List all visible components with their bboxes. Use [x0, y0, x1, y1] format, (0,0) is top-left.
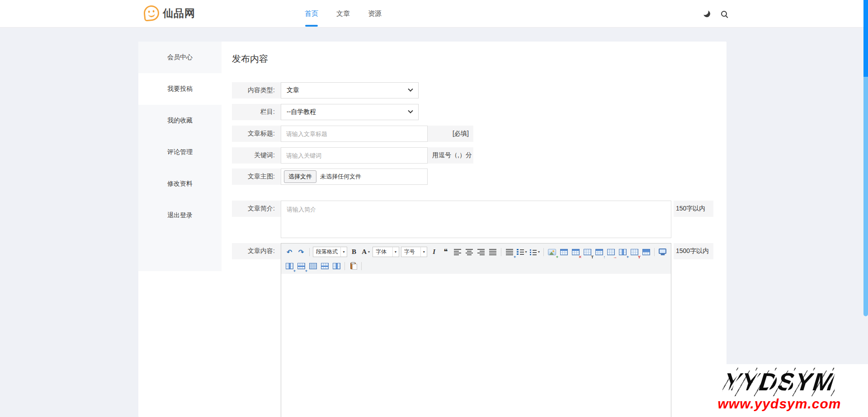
toolbar-separator — [543, 248, 544, 256]
align-right-icon[interactable] — [476, 246, 486, 258]
insert-table-icon[interactable] — [558, 246, 569, 258]
required-hint: [必填] — [453, 126, 469, 142]
paragraph-format-icon[interactable]: 段落格式▾ — [313, 246, 347, 258]
font-color-icon[interactable]: A▾ — [360, 246, 371, 258]
table-properties-icon[interactable] — [641, 246, 651, 258]
keywords-row: 关键词: 用逗号（,）分 — [232, 147, 473, 164]
site-name: 仙品网 — [163, 6, 195, 20]
undo-icon[interactable]: ↶ — [284, 246, 295, 258]
summary-limit-hint: 150字以内 — [674, 201, 713, 217]
split-cell-icon[interactable]: Y — [629, 246, 640, 258]
sidebar-item-label: 退出登录 — [167, 211, 193, 220]
toolbar-separator — [309, 248, 310, 256]
font-size-label: 字号 — [401, 248, 421, 256]
file-status-text: 未选择任何文件 — [320, 173, 361, 181]
search-icon[interactable] — [721, 11, 727, 17]
toolbar-separator — [344, 262, 345, 270]
ordered-list-icon[interactable]: ▾ — [516, 246, 528, 258]
content-card: 会员中心我要投稿我的收藏评论管理修改资料退出登录 发布内容 内容类型: 文章 栏… — [138, 42, 726, 417]
editor-toolbar-row-1: ↶↷段落格式▾BA▾字体▾字号▾I❝+▾▾+✕T↑→+Y — [283, 245, 669, 259]
sidebar-item-label: 我要投稿 — [167, 85, 193, 93]
article-title-input[interactable] — [281, 126, 428, 142]
align-right-glyph — [477, 248, 485, 255]
choose-file-button[interactable]: 选择文件 — [284, 170, 316, 183]
editor-content-area[interactable] — [281, 274, 671, 417]
delete-cols-icon[interactable] — [331, 260, 342, 272]
article-title-row: 文章标题: [必填] — [232, 126, 473, 142]
summary-textarea[interactable] — [281, 201, 671, 238]
nav-item-home[interactable]: 首页 — [302, 0, 321, 28]
scrollbar-track[interactable] — [863, 77, 868, 316]
delete-rows-icon[interactable] — [319, 260, 330, 272]
nav-item-resources[interactable]: 资源 — [365, 0, 384, 28]
main-nav: 首页文章资源 — [302, 0, 384, 28]
insert-column-icon[interactable]: + — [617, 246, 628, 258]
category-label: 栏目: — [232, 104, 281, 120]
paste-icon[interactable] — [348, 260, 359, 272]
insert-row-above-glyph — [595, 249, 603, 255]
align-center-icon[interactable] — [464, 246, 475, 258]
font-family-icon[interactable]: 字体▾ — [373, 246, 399, 258]
redo-icon[interactable]: ↷ — [296, 246, 307, 258]
insert-cell-left-icon[interactable]: + — [284, 260, 295, 272]
chevron-down-icon: ▾ — [368, 250, 370, 254]
text-to-table-icon[interactable]: T — [582, 246, 593, 258]
align-justify-icon[interactable] — [487, 246, 498, 258]
align-left-icon[interactable] — [452, 246, 463, 258]
chevron-down-icon: ▾ — [340, 247, 347, 257]
fullscreen-glyph — [659, 248, 666, 254]
content-type-select[interactable]: 文章 — [281, 82, 419, 98]
italic-icon[interactable]: I — [429, 246, 439, 258]
chevron-down-icon: ▾ — [525, 250, 527, 254]
nav-item-label: 文章 — [336, 9, 350, 18]
file-upload-field: 选择文件 未选择任何文件 — [281, 169, 428, 185]
sidebar-item-logout[interactable]: 退出登录 — [138, 200, 222, 231]
blockquote-glyph: ❝ — [444, 248, 448, 256]
insert-row-below-glyph — [297, 263, 305, 269]
fullscreen-icon[interactable] — [657, 246, 668, 258]
site-logo[interactable]: 仙品网 — [144, 5, 195, 21]
insert-row-below-icon[interactable]: + — [296, 260, 307, 272]
auto-typeset-glyph — [506, 248, 513, 255]
sidebar: 会员中心我要投稿我的收藏评论管理修改资料退出登录 — [138, 42, 222, 271]
insert-row-above-icon[interactable]: ↑ — [594, 246, 604, 258]
merge-cells-glyph — [607, 249, 615, 255]
chevron-down-icon — [408, 87, 413, 92]
merge-cells-badge: → — [613, 255, 617, 259]
editor-toolbar: ↶↷段落格式▾BA▾字体▾字号▾I❝+▾▾+✕T↑→+Y ++ — [281, 244, 671, 275]
sidebar-item-submit-post[interactable]: 我要投稿 — [138, 73, 222, 105]
dark-mode-icon[interactable] — [703, 10, 711, 18]
category-row: 栏目: --自学教程 — [232, 104, 473, 120]
blockquote-icon[interactable]: ❝ — [440, 246, 451, 258]
auto-typeset-icon[interactable]: + — [504, 246, 515, 258]
keywords-input[interactable] — [281, 147, 428, 164]
chevron-down-icon — [408, 108, 413, 113]
font-family-dropdown[interactable]: 字体▾ — [373, 247, 399, 257]
toolbar-separator — [361, 262, 362, 270]
delete-table-icon[interactable]: ✕ — [570, 246, 581, 258]
font-size-icon[interactable]: 字号▾ — [401, 246, 428, 258]
text-to-table-glyph — [584, 249, 591, 255]
sidebar-item-comment-management[interactable]: 评论管理 — [138, 136, 222, 168]
sidebar-item-edit-profile[interactable]: 修改资料 — [138, 168, 222, 200]
merge-cells-icon[interactable]: → — [605, 246, 616, 258]
font-size-dropdown[interactable]: 字号▾ — [401, 247, 428, 257]
delete-cells-icon[interactable] — [307, 260, 318, 272]
sidebar-item-my-favorites[interactable]: 我的收藏 — [138, 105, 222, 136]
insert-image-glyph — [548, 249, 556, 255]
category-select[interactable]: --自学教程 — [281, 104, 419, 120]
paragraph-format-label: 段落格式 — [313, 248, 340, 256]
paragraph-format-dropdown[interactable]: 段落格式▾ — [313, 247, 347, 257]
sidebar-item-member-center[interactable]: 会员中心 — [138, 42, 222, 73]
active-nav-underline — [305, 25, 318, 27]
nav-item-articles[interactable]: 文章 — [334, 0, 353, 28]
scrollbar-thumb[interactable] — [863, 0, 868, 77]
align-left-glyph — [454, 248, 461, 255]
smiley-logo-icon — [143, 5, 160, 21]
bold-icon[interactable]: B — [349, 246, 359, 258]
insert-image-icon[interactable]: + — [547, 246, 557, 258]
delete-cells-glyph — [309, 263, 317, 269]
delete-table-badge: ✕ — [578, 255, 582, 259]
unordered-list-icon[interactable]: ▾ — [529, 246, 541, 258]
chevron-down-icon: ▾ — [420, 247, 427, 257]
